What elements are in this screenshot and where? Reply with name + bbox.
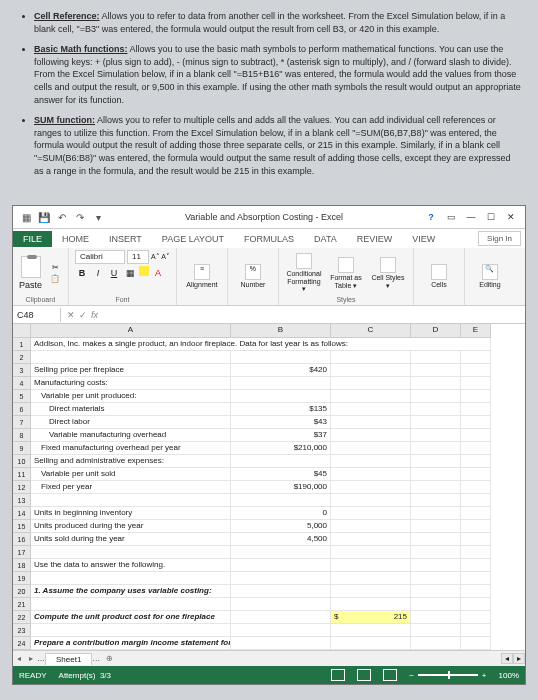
cell[interactable]: $135 (231, 403, 331, 416)
cell[interactable]: $420 (231, 364, 331, 377)
cell[interactable] (331, 429, 411, 442)
tab-nav-prev[interactable]: ◂ (13, 654, 25, 663)
cell[interactable] (461, 611, 491, 624)
editing-button[interactable]: 🔍 Editing (471, 264, 509, 289)
col-header-C[interactable]: C (331, 324, 411, 338)
cell[interactable] (461, 364, 491, 377)
formula-input[interactable] (104, 313, 525, 317)
cell[interactable] (461, 637, 491, 650)
cell[interactable] (331, 455, 411, 468)
underline-button[interactable]: U (107, 266, 121, 280)
format-as-table-button[interactable]: Format as Table ▾ (327, 257, 365, 289)
cell[interactable] (231, 377, 331, 390)
cell[interactable] (461, 416, 491, 429)
cell[interactable] (411, 507, 461, 520)
cell[interactable]: Fixed per year (31, 481, 231, 494)
cell[interactable] (31, 624, 231, 637)
cell[interactable] (461, 546, 491, 559)
cell[interactable] (231, 351, 331, 364)
worksheet[interactable]: ABCDE1Addison, Inc. makes a single produ… (13, 324, 525, 650)
view-normal-button[interactable] (331, 669, 345, 681)
col-header-B[interactable]: B (231, 324, 331, 338)
cell[interactable] (411, 533, 461, 546)
cell[interactable] (231, 611, 331, 624)
tab-insert[interactable]: INSERT (99, 231, 152, 247)
zoom-out-icon[interactable]: − (409, 671, 414, 680)
cell[interactable] (231, 390, 331, 403)
maximize-button[interactable]: ☐ (483, 210, 499, 224)
cell[interactable] (411, 598, 461, 611)
cell[interactable]: Variable per unit sold (31, 468, 231, 481)
cell[interactable] (411, 611, 461, 624)
cell[interactable]: $45 (231, 468, 331, 481)
save-icon[interactable]: 💾 (37, 210, 51, 224)
row-header[interactable]: 20 (13, 585, 31, 598)
cell[interactable] (461, 585, 491, 598)
cell[interactable] (331, 403, 411, 416)
cell[interactable] (461, 429, 491, 442)
cell[interactable]: $37 (231, 429, 331, 442)
row-header[interactable]: 11 (13, 468, 31, 481)
zoom-in-icon[interactable]: + (482, 671, 487, 680)
sheet-tab[interactable]: Sheet1 (45, 653, 92, 665)
cell[interactable] (231, 624, 331, 637)
italic-button[interactable]: I (91, 266, 105, 280)
cell[interactable] (461, 572, 491, 585)
cell[interactable] (331, 364, 411, 377)
col-header-A[interactable]: A (31, 324, 231, 338)
cell[interactable] (31, 351, 231, 364)
ribbon-options-icon[interactable]: ▭ (443, 210, 459, 224)
zoom-slider[interactable]: − + (409, 671, 486, 680)
close-button[interactable]: ✕ (503, 210, 519, 224)
border-button[interactable]: ▦ (123, 266, 137, 280)
cell[interactable] (411, 416, 461, 429)
cell[interactable] (411, 572, 461, 585)
cell[interactable] (331, 442, 411, 455)
cell[interactable] (411, 442, 461, 455)
cell[interactable]: Direct materials (31, 403, 231, 416)
cell[interactable] (411, 377, 461, 390)
cell[interactable] (411, 585, 461, 598)
view-layout-button[interactable] (357, 669, 371, 681)
add-sheet-button[interactable]: ⊕ (100, 654, 119, 663)
tab-review[interactable]: REVIEW (347, 231, 403, 247)
zoom-level[interactable]: 100% (499, 671, 519, 680)
view-break-button[interactable] (383, 669, 397, 681)
cell[interactable] (331, 416, 411, 429)
row-header[interactable]: 22 (13, 611, 31, 624)
row-header[interactable]: 7 (13, 416, 31, 429)
fill-color-button[interactable] (139, 266, 149, 276)
cell[interactable] (231, 585, 331, 598)
cell[interactable] (411, 455, 461, 468)
cell[interactable] (231, 559, 331, 572)
cell[interactable] (461, 468, 491, 481)
cell[interactable] (411, 546, 461, 559)
cell[interactable] (411, 429, 461, 442)
cell[interactable] (31, 546, 231, 559)
cell[interactable] (461, 351, 491, 364)
cell[interactable] (231, 494, 331, 507)
row-header[interactable]: 1 (13, 338, 31, 351)
row-header[interactable]: 24 (13, 637, 31, 650)
cell[interactable]: Selling and administrative expenses: (31, 455, 231, 468)
cell[interactable]: Compute the unit product cost for one fi… (31, 611, 231, 624)
cell[interactable] (31, 572, 231, 585)
cell[interactable] (331, 585, 411, 598)
cell[interactable] (331, 520, 411, 533)
help-button[interactable]: ? (423, 210, 439, 224)
tab-view[interactable]: VIEW (402, 231, 445, 247)
hscroll-right[interactable]: ▸ (513, 653, 525, 664)
cell[interactable] (411, 403, 461, 416)
cell[interactable] (411, 468, 461, 481)
row-header[interactable]: 21 (13, 598, 31, 611)
enter-icon[interactable]: ✓ (79, 310, 87, 320)
tab-nav-next[interactable]: ▸ (25, 654, 37, 663)
row-header[interactable]: 9 (13, 442, 31, 455)
cell[interactable] (331, 546, 411, 559)
cell[interactable] (461, 455, 491, 468)
cell[interactable] (461, 520, 491, 533)
row-header[interactable]: 8 (13, 429, 31, 442)
redo-icon[interactable]: ↷ (73, 210, 87, 224)
cell[interactable]: Units sold during the year (31, 533, 231, 546)
row-header[interactable]: 12 (13, 481, 31, 494)
